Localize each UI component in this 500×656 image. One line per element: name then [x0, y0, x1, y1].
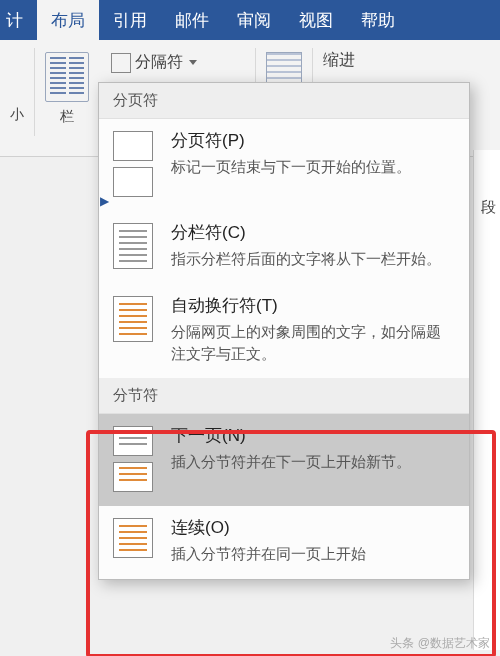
tab-mailings[interactable]: 邮件 [161, 0, 223, 40]
column-break-icon [113, 223, 157, 269]
text-wrap-break-icon [113, 296, 157, 342]
menu-item-title: 分页符(P) [171, 129, 455, 152]
menu-item-column-break[interactable]: 分栏符(C) 指示分栏符后面的文字将从下一栏开始。 [99, 211, 469, 284]
menu-item-next-page-section-break[interactable]: 下一页(N) 插入分节符并在下一页上开始新节。 [99, 414, 469, 506]
menu-item-desc: 标记一页结束与下一页开始的位置。 [171, 156, 455, 178]
tab-view[interactable]: 视图 [285, 0, 347, 40]
menu-item-title: 自动换行符(T) [171, 294, 455, 317]
tab-help[interactable]: 帮助 [347, 0, 409, 40]
menu-item-title: 下一页(N) [171, 424, 455, 447]
continuous-break-icon [113, 518, 157, 558]
menu-item-continuous-section-break[interactable]: 连续(O) 插入分节符并在同一页上开始 [99, 506, 469, 579]
size-label: 小 [10, 106, 24, 124]
tab-references[interactable]: 引用 [99, 0, 161, 40]
menu-item-desc: 插入分节符并在下一页上开始新节。 [171, 451, 455, 473]
columns-icon [45, 52, 89, 102]
breaks-icon [111, 53, 131, 73]
columns-label: 栏 [60, 108, 74, 126]
next-page-break-icon [113, 426, 157, 492]
indent-label: 缩进 [323, 50, 355, 71]
columns-button[interactable]: 栏 [35, 46, 99, 136]
size-group: 小 [0, 46, 34, 136]
tab-review[interactable]: 审阅 [223, 0, 285, 40]
watermark: 头条 @数据艺术家 [390, 635, 490, 652]
menu-item-title: 连续(O) [171, 516, 455, 539]
ribbon-tabs: 计 布局 引用 邮件 审阅 视图 帮助 [0, 0, 500, 40]
selection-indicator-icon: ▶ [100, 194, 109, 208]
page-break-icon [113, 131, 157, 197]
side-panel [473, 150, 500, 650]
breaks-dropdown-button[interactable]: 分隔符 [103, 48, 205, 77]
tab-design-partial[interactable]: 计 [0, 0, 37, 40]
breaks-label: 分隔符 [135, 52, 183, 73]
menu-item-page-break[interactable]: 分页符(P) 标记一页结束与下一页开始的位置。 [99, 119, 469, 211]
menu-item-text-wrapping-break[interactable]: 自动换行符(T) 分隔网页上的对象周围的文字，如分隔题注文字与正文。 [99, 284, 469, 379]
section-header-page-breaks: 分页符 [99, 83, 469, 119]
tab-layout[interactable]: 布局 [37, 0, 99, 40]
menu-item-desc: 插入分节符并在同一页上开始 [171, 543, 455, 565]
menu-item-title: 分栏符(C) [171, 221, 455, 244]
paragraph-label: 段 [481, 198, 496, 217]
chevron-down-icon [189, 60, 197, 65]
section-header-section-breaks: 分节符 [99, 378, 469, 414]
breaks-dropdown-menu: 分页符 分页符(P) 标记一页结束与下一页开始的位置。 分栏符(C) 指示分栏符… [98, 82, 470, 580]
menu-item-desc: 指示分栏符后面的文字将从下一栏开始。 [171, 248, 455, 270]
menu-item-desc: 分隔网页上的对象周围的文字，如分隔题注文字与正文。 [171, 321, 455, 365]
